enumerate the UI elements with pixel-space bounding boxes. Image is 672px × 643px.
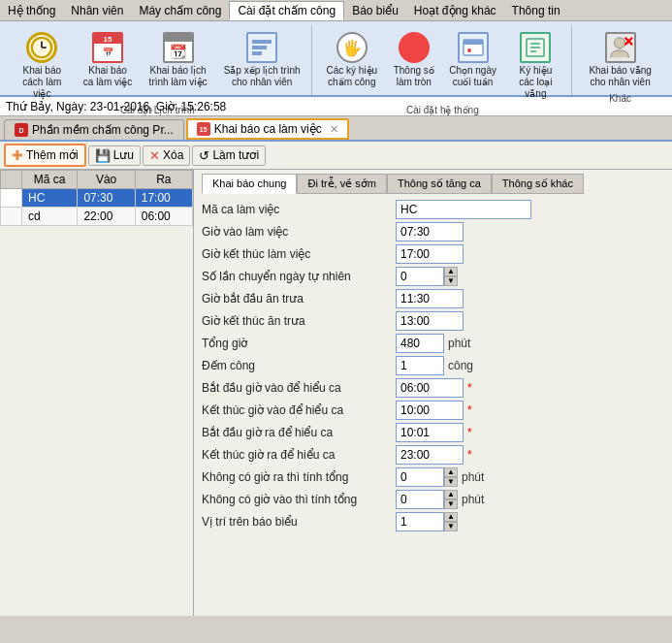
spinner-vitri[interactable]: ▲ ▼ (444, 512, 458, 531)
delete-label: Xóa (163, 148, 183, 162)
add-button[interactable]: ✚ Thêm mới (4, 144, 86, 167)
ribbon-group-calendar: Khai báo cách làm việc 15 📅 Khai báo ca … (4, 25, 312, 95)
input-gio-vao[interactable] (396, 222, 464, 241)
row-ra-1: 06:00 (135, 208, 192, 226)
refresh-button[interactable]: ↺ Làm tươi (192, 145, 266, 166)
input-batdau-an[interactable] (396, 289, 464, 308)
table-header-vao: Vào (78, 171, 135, 189)
ribbon-btn-khaibao-lich[interactable]: 📆 Khai báo lịch trình làm việc (141, 27, 214, 91)
ribbon-btn-thongso-lam[interactable]: Thông số làm tròn (388, 27, 440, 91)
input-ketthuc-an[interactable] (396, 311, 464, 331)
suffix-demcong: công (448, 359, 473, 372)
sub-tab-khaibao-chung[interactable]: Khai báo chung (202, 174, 297, 194)
form-row-tongio: Tổng giờ phút (202, 334, 664, 353)
label-khong-gio-vao: Không có giờ vào thì tính tổng (202, 493, 396, 506)
asterisk-8: * (467, 381, 472, 395)
spinner-up-khong-gio-vao[interactable]: ▲ (444, 490, 458, 499)
toolbar: ✚ Thêm mới 💾 Lưu ✕ Xóa ↺ Làm tươi (0, 142, 672, 170)
suffix-tongio: phút (448, 337, 470, 350)
value-maca (396, 200, 664, 219)
menu-item-baobieu[interactable]: Báo biểu (344, 2, 406, 19)
ribbon-btn-kyhieu-label: Các ký hiệu chấm công (325, 65, 379, 88)
svg-rect-5 (252, 51, 262, 55)
input-vitri[interactable] (396, 512, 444, 531)
tab-close-khaibao[interactable]: ✕ (330, 123, 338, 136)
sub-tab-thongso-khac[interactable]: Thông số khác (492, 174, 584, 194)
spinner-down-vitri[interactable]: ▼ (444, 522, 458, 531)
label-gio-vao: Giờ vào làm việc (202, 225, 396, 239)
form-row-ketthuc-ra-hieuca: Kết thúc giờ ra để hiểu ca * (202, 445, 664, 465)
input-ketthuc-vao-hieuca[interactable] (396, 401, 464, 420)
menu-item-caidatcamcong[interactable]: Cài đặt chấm công (229, 1, 344, 20)
spinner-down-solan[interactable]: ▼ (444, 276, 458, 286)
form-row-khong-gio-ra: Không có giờ ra thì tính tổng ▲ ▼ phút (202, 467, 664, 487)
menu-item-nhanvien[interactable]: Nhân viên (63, 2, 131, 19)
spinner-solan[interactable]: ▲ ▼ (444, 267, 458, 286)
svg-point-8 (467, 48, 471, 52)
menu-item-maychamcong[interactable]: Máy chấm công (131, 2, 229, 19)
checklist-icon (520, 32, 551, 63)
menu-item-hethong[interactable]: Hệ thống (0, 2, 63, 19)
sub-tab-ditrevesom[interactable]: Đi trễ, về sớm (297, 174, 387, 194)
input-tongio[interactable] (396, 334, 444, 353)
input-solan[interactable] (396, 267, 444, 286)
spinner-khong-gio-ra[interactable]: ▲ ▼ (444, 467, 458, 487)
ribbon-group-hethong-label: Cài đặt hệ thống (406, 105, 479, 115)
label-batdau-vao-hieuca: Bắt đầu giờ vào để hiểu ca (202, 381, 396, 395)
tab-label-khaibao: Khai báo ca làm việc (214, 122, 322, 136)
spinner-down-khong-gio-ra[interactable]: ▼ (444, 477, 458, 487)
select-day-icon (458, 32, 489, 63)
sub-tab-thongso-tangca[interactable]: Thông số tăng ca (387, 174, 492, 194)
input-batdau-vao-hieuca[interactable] (396, 378, 464, 398)
ribbon-btn-kyhieu[interactable]: 🖐 Các ký hiệu chấm công (320, 27, 384, 91)
ribbon: Khai báo cách làm việc 15 📅 Khai báo ca … (0, 21, 672, 97)
ribbon-btn-khaibao-vang[interactable]: Khai báo vắng cho nhân viên (580, 27, 660, 91)
delete-icon: ✕ (149, 148, 160, 163)
form-row-gio-ketthuc: Giờ kết thúc làm việc (202, 244, 664, 264)
save-button[interactable]: 💾 Lưu (88, 145, 141, 166)
input-ketthuc-ra-hieuca[interactable] (396, 445, 464, 465)
spinner-up-khong-gio-ra[interactable]: ▲ (444, 467, 458, 477)
ribbon-btn-kyhieu-vang[interactable]: Ký hiệu các loại vắng (506, 27, 566, 103)
asterisk-9: * (467, 403, 472, 417)
label-vitri: Vị trí trên báo biểu (202, 515, 396, 529)
ribbon-btn-chon-ngay-label: Chọn ngày cuối tuần (449, 65, 497, 88)
spinner-up-vitri[interactable]: ▲ (444, 512, 458, 522)
fingerprint-icon: 🖐 (336, 32, 368, 63)
ribbon-btn-khaibao-ca[interactable]: 15 📅 Khai báo ca làm việc (79, 27, 138, 91)
form-row-solan: Số lần chuyển ngày tự nhiên ▲ ▼ (202, 267, 664, 286)
input-khong-gio-ra[interactable] (396, 467, 444, 487)
input-gio-ketthuc[interactable] (396, 244, 464, 264)
spinner-down-khong-gio-vao[interactable]: ▼ (444, 499, 458, 509)
form-row-maca: Mã ca làm việc (202, 200, 664, 219)
spinner-up-solan[interactable]: ▲ (444, 267, 458, 276)
spinner-khong-gio-vao[interactable]: ▲ ▼ (444, 490, 458, 509)
tab-num-khaibao: 15 (197, 122, 210, 136)
refresh-icon: ↺ (199, 148, 209, 163)
table-header-maca: Mã ca (22, 171, 78, 189)
input-maca[interactable] (396, 200, 531, 219)
label-demcong: Đếm công (202, 359, 396, 372)
row-vao-1: 22:00 (78, 208, 135, 226)
input-khong-gio-vao[interactable] (396, 490, 444, 509)
asterisk-10: * (467, 426, 472, 439)
tab-phanmem[interactable]: D Phần mềm chấm công Pr... (4, 119, 184, 140)
input-demcong[interactable] (396, 356, 444, 375)
delete-button[interactable]: ✕ Xóa (143, 145, 190, 166)
ribbon-group-hethong: 🖐 Các ký hiệu chấm công Thông số làm trò… (314, 25, 573, 95)
round-icon (399, 32, 430, 63)
table-row[interactable]: cd 22:00 06:00 (1, 208, 193, 226)
suffix-khong-gio-ra: phút (462, 470, 484, 484)
label-khong-gio-ra: Không có giờ ra thì tính tổng (202, 470, 396, 484)
ribbon-btn-chon-ngay[interactable]: Chọn ngày cuối tuần (444, 27, 502, 91)
menu-item-hoatdongkhac[interactable]: Hoạt động khác (406, 2, 504, 19)
tab-khaibao[interactable]: 15 Khai báo ca làm việc ✕ (186, 118, 349, 140)
form-row-ketthuc-vao-hieuca: Kết thúc giờ vào để hiểu ca * (202, 401, 664, 420)
ribbon-btn-sapxep[interactable]: Sắp xếp lịch trình cho nhân viên (219, 27, 305, 91)
input-batdau-ra-hieuca[interactable] (396, 423, 464, 442)
table-header-indicator (1, 171, 22, 189)
ribbon-btn-khaibao-cach[interactable]: Khai báo cách làm việc (10, 27, 75, 103)
tab-logo-phanmem: D (15, 123, 28, 137)
table-row[interactable]: ▶ HC 07:30 17:00 (1, 189, 193, 208)
menu-item-thongtin[interactable]: Thông tin (504, 2, 568, 19)
